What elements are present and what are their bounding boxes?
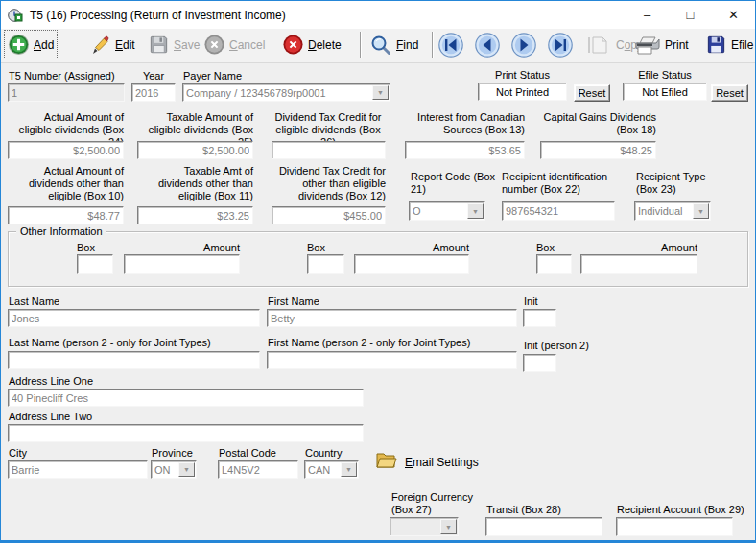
- other-info-amount-label: Amount: [580, 242, 697, 254]
- next-record-button[interactable]: [510, 32, 537, 59]
- init2-field-wrap: [523, 354, 556, 372]
- add-button[interactable]: Add: [5, 31, 57, 59]
- efile-status-reset-button[interactable]: Reset: [711, 84, 748, 102]
- box18-field[interactable]: [541, 142, 655, 158]
- box26-field[interactable]: [272, 142, 385, 158]
- other-information-title: Other Information: [16, 225, 106, 237]
- box23-field[interactable]: [635, 202, 694, 220]
- year-field[interactable]: [132, 84, 175, 101]
- other-info-box-field-2[interactable]: [308, 255, 343, 273]
- other-info-amount-field-2[interactable]: [355, 255, 468, 273]
- email-settings-link[interactable]: Email Settings: [405, 456, 479, 469]
- find-button[interactable]: Find: [366, 31, 421, 59]
- delete-button[interactable]: Delete: [279, 31, 344, 59]
- last-name-field-wrap: [8, 309, 260, 327]
- country-combobox[interactable]: ▼: [304, 460, 359, 479]
- last-name2-field[interactable]: [9, 352, 259, 368]
- box24-field[interactable]: [9, 142, 123, 158]
- box12-field[interactable]: [272, 207, 385, 224]
- other-info-box-field-1[interactable]: [78, 255, 112, 273]
- print-button[interactable]: Print: [629, 31, 692, 59]
- payer-name-dropdown-button[interactable]: ▼: [372, 85, 389, 100]
- init-label: Init: [524, 295, 538, 308]
- city-field[interactable]: [9, 461, 147, 478]
- box10-field[interactable]: [9, 207, 123, 224]
- last-record-button[interactable]: [547, 32, 574, 59]
- box28-field[interactable]: [486, 518, 602, 535]
- other-info-box-label: Box: [307, 242, 344, 254]
- toolbar: Add Edit Save Can: [1, 29, 755, 62]
- save-button[interactable]: Save: [145, 31, 202, 59]
- address-line-one-field-wrap: [8, 389, 364, 407]
- address-line-two-field[interactable]: [9, 425, 363, 441]
- box25-field[interactable]: [138, 142, 252, 158]
- print-status-label: Print Status: [478, 69, 567, 82]
- chevron-down-icon: ▼: [697, 208, 704, 215]
- postal-code-field[interactable]: [219, 461, 297, 478]
- other-information-group: Other Information Box Amount Box Amount …: [8, 231, 748, 287]
- box23-combobox[interactable]: ▼: [634, 201, 711, 221]
- box22-field[interactable]: [503, 202, 614, 220]
- efile-floppy-icon: [705, 34, 727, 56]
- province-dropdown-button[interactable]: ▼: [178, 462, 195, 477]
- payer-name-label: Payer Name: [183, 70, 242, 83]
- payer-name-field[interactable]: [183, 84, 373, 101]
- other-info-box-label: Box: [536, 242, 572, 254]
- toolbar-separator: [432, 32, 434, 58]
- init-field-wrap: [523, 309, 556, 327]
- add-icon: [8, 34, 30, 56]
- payer-name-combobox[interactable]: ▼: [182, 83, 390, 102]
- box29-label: Recipient Account (Box 29): [617, 504, 744, 516]
- box18-field-wrap: [540, 141, 656, 159]
- first-record-button[interactable]: [437, 32, 464, 59]
- other-info-amount-field-wrap: [124, 254, 240, 274]
- box27-dropdown-button[interactable]: ▼: [440, 519, 457, 534]
- t5-number-field[interactable]: [9, 84, 124, 101]
- edit-button[interactable]: Edit: [85, 31, 138, 59]
- other-info-amount-field-3[interactable]: [581, 255, 697, 273]
- city-label: City: [9, 447, 27, 460]
- box11-field[interactable]: [138, 207, 252, 224]
- city-field-wrap: [8, 460, 148, 479]
- init2-field[interactable]: [524, 355, 555, 371]
- form-area: T5 Number (Assigned) Year Payer Name ▼ P…: [1, 62, 755, 541]
- close-button[interactable]: ✕: [712, 1, 755, 29]
- box27-combobox[interactable]: ▼: [390, 517, 459, 536]
- box21-combobox[interactable]: ▼: [409, 201, 485, 221]
- cancel-button[interactable]: Cancel: [201, 31, 268, 59]
- box29-field[interactable]: [617, 518, 732, 535]
- address-line-one-field[interactable]: [9, 390, 363, 406]
- init2-label: Init (person 2): [524, 340, 589, 352]
- country-field[interactable]: [305, 461, 342, 478]
- box21-dropdown-button[interactable]: ▼: [467, 203, 484, 219]
- print-status-reset-button[interactable]: Reset: [574, 84, 610, 102]
- close-icon: ✕: [728, 8, 739, 22]
- last-name-field[interactable]: [9, 310, 259, 326]
- email-settings-folder-icon[interactable]: [374, 449, 397, 470]
- province-field[interactable]: [152, 461, 179, 478]
- province-combobox[interactable]: ▼: [151, 460, 197, 479]
- previous-record-button[interactable]: [474, 32, 501, 59]
- last-record-icon: [547, 32, 574, 59]
- maximize-icon: □: [687, 8, 695, 22]
- next-record-icon: [510, 32, 537, 59]
- box23-dropdown-button[interactable]: ▼: [693, 203, 709, 219]
- address-line-one-label: Address Line One: [9, 375, 93, 388]
- init-field[interactable]: [524, 310, 555, 326]
- box13-field-wrap: [405, 141, 525, 159]
- maximize-button[interactable]: □: [669, 1, 712, 29]
- first-name2-field[interactable]: [268, 352, 516, 368]
- other-info-box-field-3[interactable]: [537, 255, 571, 273]
- box13-field[interactable]: [406, 142, 524, 158]
- other-info-amount-field-1[interactable]: [125, 255, 239, 273]
- print-status-field-wrap: [478, 83, 567, 101]
- box27-label: Foreign Currency (Box 27): [391, 491, 480, 516]
- box21-field[interactable]: [410, 202, 468, 220]
- country-dropdown-button[interactable]: ▼: [341, 462, 357, 477]
- other-info-box-label: Box: [77, 242, 113, 254]
- chevron-down-icon: ▼: [445, 524, 452, 531]
- minimize-button[interactable]: –: [626, 1, 669, 29]
- first-name-field[interactable]: [268, 310, 516, 326]
- box27-field[interactable]: [390, 518, 441, 535]
- efile-button[interactable]: Efile: [702, 31, 756, 59]
